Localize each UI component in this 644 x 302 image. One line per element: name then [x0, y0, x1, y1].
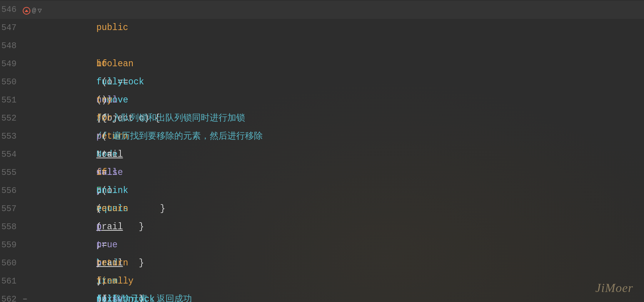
code-line-546: 546 @ ▽ public boolean remove (Object o)… — [0, 1, 644, 19]
circle-up-icon[interactable] — [23, 7, 30, 15]
line-number-553: 553 — [0, 128, 21, 146]
code-editor: 546 @ ▽ public boolean remove (Object o)… — [0, 0, 644, 302]
code-line-547: 547 if (o == null ) return false ; — [0, 19, 644, 37]
line-number-562: 562 — [0, 290, 21, 302]
line-number-556: 556 — [0, 182, 21, 200]
watermark: JiMoer — [596, 281, 633, 295]
gutter-562[interactable]: − — [21, 296, 54, 302]
code-line-548: 548 fullyLock (); // 入队列锁和出队列锁同时进行加锁 — [0, 37, 644, 55]
code-line-559: 559 } finally { — [0, 236, 644, 254]
line-number-559: 559 — [0, 236, 21, 254]
line-number-551: 551 — [0, 91, 21, 109]
code-line-558: 558 return false ; // 未找到指定元素，返回false — [0, 218, 644, 236]
code-line-554: 554 unlink ( p , trail ); // 移除元素，返回成功 — [0, 146, 644, 164]
code-content: 546 @ ▽ public boolean remove (Object o)… — [0, 0, 644, 302]
code-line-556: 556 } — [0, 182, 644, 200]
code-line-562: 562 − } — [0, 290, 644, 302]
gutter-546[interactable]: @ ▽ — [21, 2, 54, 20]
code-line-560: 560 fullyUnlock (); // 释放入队列和出队列锁 — [0, 254, 644, 272]
code-line-553: 553 if (o. equals ( p . item )) { — [0, 128, 644, 146]
line-number-546: 546 — [0, 1, 21, 19]
line-number-547: 547 — [0, 19, 21, 37]
code-line-557: 557 } — [0, 200, 644, 218]
line-number-557: 557 — [0, 200, 21, 218]
at-icon[interactable]: @ — [32, 2, 36, 20]
line-number-555: 555 — [0, 164, 21, 182]
line-number-558: 558 — [0, 218, 21, 236]
code-line-550: 550 for ( Node < E > trail = head , p = … — [0, 73, 644, 91]
code-line-551: 551 p != null ; — [0, 91, 644, 109]
line-code-562: } — [54, 290, 644, 302]
code-line-561: 561 } — [0, 272, 644, 290]
code-line-552: 552 trail = p , p = p . next ) { — [0, 109, 644, 128]
line-number-560: 560 — [0, 254, 21, 272]
line-number-561: 561 — [0, 272, 21, 290]
line-number-554: 554 — [0, 146, 21, 164]
minus-box-icon[interactable]: − — [23, 296, 27, 302]
down-arrow-icon[interactable]: ▽ — [38, 2, 42, 20]
line-number-550: 550 — [0, 73, 21, 91]
line-number-552: 552 — [0, 109, 21, 128]
line-number-549: 549 — [0, 55, 21, 73]
line-number-548: 548 — [0, 37, 21, 55]
code-line-555: 555 return true ; — [0, 164, 644, 182]
code-line-549: 549 try { // 遍历找到要移除的元素，然后进行移除 — [0, 55, 644, 73]
